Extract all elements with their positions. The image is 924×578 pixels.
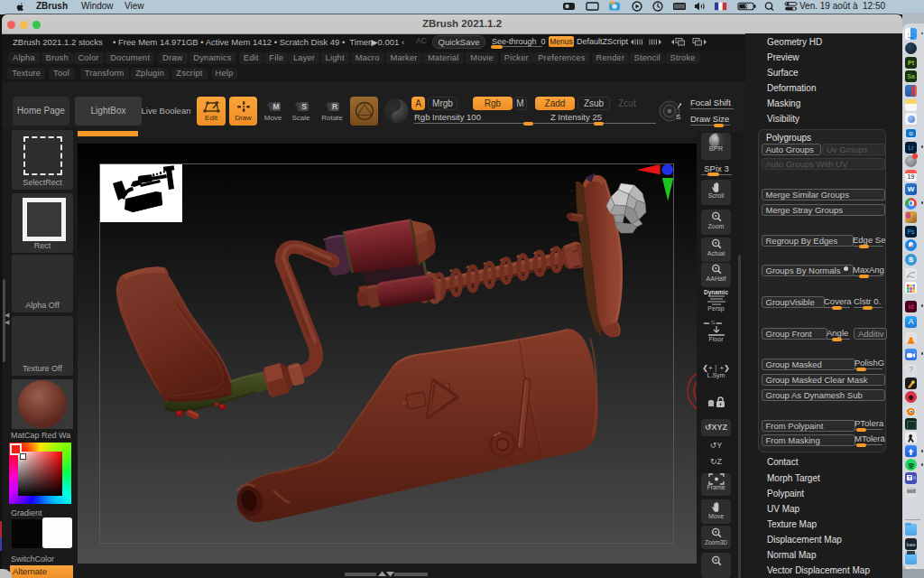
svg-text:S: S [676, 113, 680, 121]
svg-text:R: R [332, 102, 337, 111]
svg-text:M: M [273, 102, 279, 111]
svg-text:S: S [301, 102, 307, 111]
